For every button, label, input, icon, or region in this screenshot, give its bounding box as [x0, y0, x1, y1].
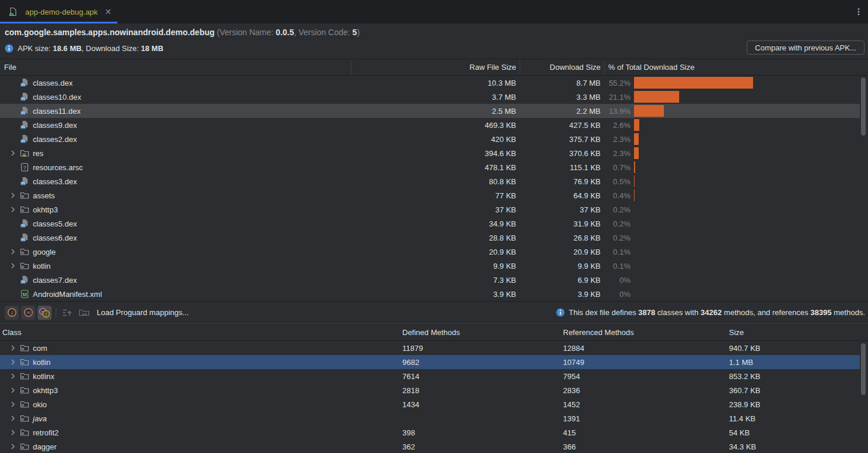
download-size: 76.9 KB [520, 177, 604, 186]
chevron-right-icon[interactable] [8, 371, 20, 381]
show-referenced-toggle[interactable]: mf [38, 306, 52, 320]
class-table-scrollbar-thumb[interactable] [861, 343, 866, 395]
editor-tab-bar: app-demo-debug.apk ✕ [0, 0, 868, 23]
class-size: 940.7 KB [727, 344, 860, 353]
package-folder-icon [20, 442, 29, 451]
tab-app-demo-debug-apk[interactable]: app-demo-debug.apk ✕ [0, 0, 117, 23]
column-header-defined-methods[interactable]: Defined Methods [401, 328, 561, 337]
dex-filter-buttons: fmmf [5, 306, 54, 320]
class-name-cell: kotlinx [0, 371, 401, 381]
dex-file-icon: 01 [20, 219, 29, 228]
file-name: kotlin [33, 262, 50, 271]
file-row[interactable]: 01classes5.dex34.9 KB31.9 KB0.2% [0, 217, 860, 231]
file-row[interactable]: 01classes6.dex28.8 KB26.8 KB0.2% [0, 231, 860, 245]
download-pct: 0.7% [604, 163, 630, 172]
file-row[interactable]: MAndroidManifest.xml3.9 KB3.9 KB0% [0, 287, 860, 301]
field-circle-icon: f [7, 307, 17, 317]
class-name-cell: java [0, 414, 401, 423]
class-row[interactable]: com1187912884940.7 KB [0, 341, 860, 355]
chevron-right-icon[interactable] [8, 343, 20, 353]
column-header-pct-total-download[interactable]: % of Total Download Size [604, 59, 868, 75]
dex-file-icon: 01 [20, 120, 29, 130]
class-row[interactable]: kotlin9682107491.1 MB [0, 355, 860, 369]
raw-file-size: 394.6 KB [351, 149, 520, 158]
file-name-cell: 01classes2.dex [0, 134, 351, 144]
dex-disabled-buttons: a.b [60, 306, 93, 319]
chevron-right-icon[interactable] [8, 400, 20, 409]
file-row[interactable]: 01classes10.dex3.7 MB3.3 MB21.1% [0, 90, 860, 104]
dex-toolbar: fmmf a.b Load Proguard mappings... This … [0, 301, 868, 323]
show-fields-toggle[interactable]: f [5, 306, 19, 320]
file-row[interactable]: okhttp337 KB37 KB0.2% [0, 202, 860, 217]
compare-with-previous-apk-button[interactable]: Compare with previous APK... [747, 40, 864, 55]
resource-folder-icon [20, 148, 29, 158]
download-pct: 2.3% [604, 149, 630, 158]
defined-methods: 2818 [401, 386, 561, 395]
class-row[interactable]: retrofit239841554 KB [0, 425, 860, 440]
deobfuscate-names-button: a.b [77, 306, 91, 319]
package-folder-icon [20, 428, 29, 437]
chevron-right-icon[interactable] [8, 428, 20, 437]
download-pct: 0% [604, 290, 630, 299]
show-methods-toggle[interactable]: m [21, 306, 35, 320]
raw-file-size: 20.9 KB [351, 248, 520, 256]
download-pct: 0% [604, 276, 630, 285]
chevron-right-icon[interactable] [8, 442, 20, 451]
download-pct-cell: 0.2% [604, 217, 860, 231]
download-pct: 21.1% [604, 93, 630, 102]
referenced-methods: 2836 [561, 386, 727, 395]
raw-file-size: 7.3 KB [351, 276, 520, 285]
file-name: classes9.dex [33, 121, 77, 130]
package-folder-icon [20, 247, 29, 256]
file-row[interactable]: res394.6 KB370.6 KB2.3% [0, 146, 860, 160]
class-row[interactable]: okhttp328182836360.7 KB [0, 383, 860, 397]
svg-text:01: 01 [21, 280, 25, 283]
chevron-right-icon[interactable] [8, 414, 20, 423]
column-header-download-size[interactable]: Download Size [520, 59, 604, 75]
column-header-size[interactable]: Size [727, 328, 868, 337]
file-row[interactable]: 01classes7.dex7.3 KB6.9 KB0% [0, 273, 860, 287]
file-table-scrollbar-thumb[interactable] [861, 77, 866, 136]
class-name-cell: dagger [0, 442, 401, 451]
file-row[interactable]: 01classes.dex10.3 MB8.7 MB55.2% [0, 76, 860, 90]
load-proguard-mappings-action[interactable]: Load Proguard mappings... [97, 308, 189, 317]
arsc-file-icon: ? [20, 163, 29, 172]
more-options-button[interactable] [854, 7, 863, 16]
file-row[interactable]: google20.9 KB20.9 KB0.1% [0, 245, 860, 259]
file-row[interactable]: kotlin9.9 KB9.9 KB0.1% [0, 259, 860, 273]
file-name: classes10.dex [33, 93, 81, 102]
download-pct: 2.3% [604, 135, 630, 144]
column-header-raw-file-size[interactable]: Raw File Size [351, 59, 520, 75]
download-pct-cell: 0.1% [604, 259, 860, 273]
file-row[interactable]: ?resources.arsc478.1 KB115.1 KB0.7% [0, 160, 860, 174]
class-row[interactable]: okio14341452238.9 KB [0, 397, 860, 411]
column-header-file[interactable]: File [0, 59, 351, 75]
download-size: 3.3 MB [520, 93, 604, 102]
class-row[interactable]: kotlinx76147954853.2 KB [0, 369, 860, 383]
file-row[interactable]: 01classes9.dex469.3 KB427.5 KB2.6% [0, 118, 860, 132]
file-row[interactable]: 01classes11.dex2.5 MB2.2 MB13.9% [0, 104, 860, 118]
column-header-class[interactable]: Class [0, 328, 401, 337]
package-folder-icon [20, 343, 29, 353]
column-header-referenced-methods[interactable]: Referenced Methods [561, 328, 727, 337]
chevron-right-icon[interactable] [8, 261, 20, 271]
file-row[interactable]: assets77 KB64.9 KB0.4% [0, 188, 860, 202]
class-row[interactable]: dagger36236634.3 KB [0, 440, 860, 453]
download-pct-bar [634, 91, 679, 103]
class-name-cell: kotlin [0, 357, 401, 367]
close-tab-icon[interactable]: ✕ [105, 8, 112, 16]
file-row[interactable]: 01classes3.dex80.8 KB76.9 KB0.5% [0, 174, 860, 188]
chevron-right-icon[interactable] [8, 148, 20, 158]
package-folder-icon [20, 386, 29, 395]
class-row[interactable]: java139111.4 KB [0, 411, 860, 425]
chevron-spacer [8, 106, 20, 116]
file-row[interactable]: 01classes2.dex420 KB375.7 KB2.3% [0, 132, 860, 146]
chevron-spacer [8, 233, 20, 242]
chevron-right-icon[interactable] [8, 357, 20, 367]
chevron-right-icon[interactable] [8, 247, 20, 256]
chevron-right-icon[interactable] [8, 386, 20, 395]
package-folder-icon [20, 414, 29, 423]
chevron-right-icon[interactable] [8, 191, 20, 200]
chevron-right-icon[interactable] [8, 205, 20, 214]
svg-text:01: 01 [21, 83, 25, 86]
